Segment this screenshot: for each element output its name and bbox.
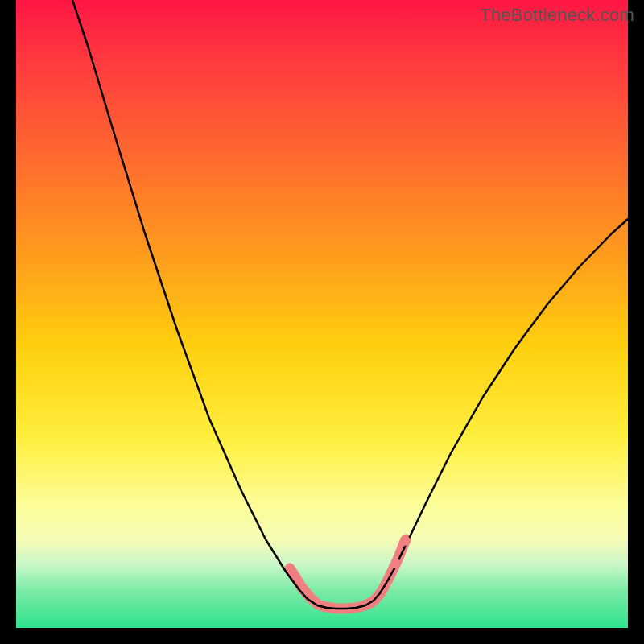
bottleneck-curve bbox=[72, 0, 628, 609]
dot-marker bbox=[391, 559, 401, 568]
gradient-plot-area bbox=[16, 0, 628, 628]
chart-svg bbox=[16, 0, 628, 628]
dot-marker bbox=[401, 536, 411, 546]
